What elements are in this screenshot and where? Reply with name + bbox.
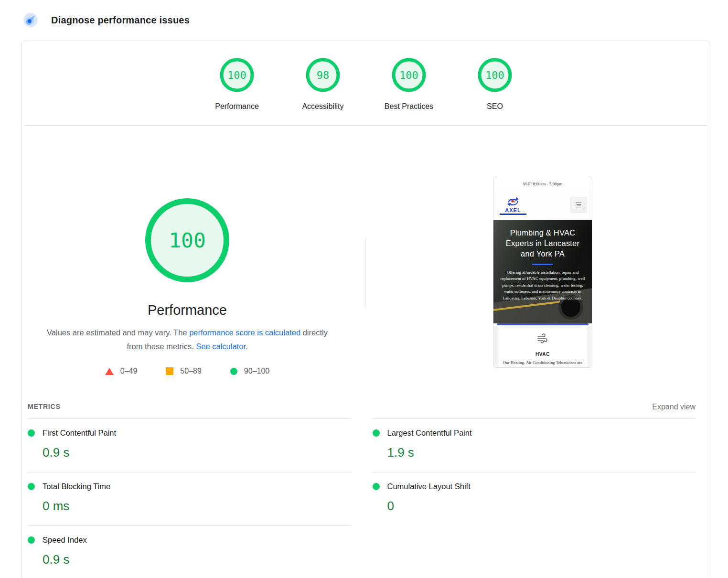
score-label: SEO [487,102,503,111]
legend-range: 90–100 [244,367,269,375]
performance-summary-section: 100 Performance Values are estimated and… [22,126,710,401]
legend-range: 0–49 [120,367,138,375]
metric-cumulative-layout-shift: Cumulative Layout Shift 0 [373,472,696,525]
service-card-text: Our Heating, Air Conditioning Tehcnician… [498,360,587,365]
metric-largest-contentful-paint: Largest Contentful Paint 1.9 s [373,418,696,472]
metric-value: 0 [387,498,696,514]
score-value: 100 [392,58,426,92]
score-value: 100 [220,58,254,92]
metric-value: 1.9 s [387,445,696,460]
legend-item-average: 50–89 [166,367,202,375]
performance-score-value: 100 [145,198,229,282]
metrics-section-label: METRICS [28,403,61,410]
site-hours-bar: M-F: 8:00am - 5:00pm [493,177,592,190]
score-gauge-seo[interactable]: 100 SEO [452,58,538,111]
score-legend: 0–49 50–89 90–100 [39,367,335,375]
metric-name: Total Blocking Time [43,482,110,491]
metrics-column-right: Largest Contentful Paint 1.9 s Cumulativ… [373,418,696,578]
pass-circle-icon [230,368,237,375]
description-text: Values are estimated and may vary. The [47,328,189,337]
lighthouse-report-card: 100 Performance 98 Accessibility 100 [21,41,710,578]
score-label: Performance [215,102,259,111]
lighthouse-gauge-icon [23,12,38,28]
legend-item-fail: 0–49 [105,367,138,375]
metric-pass-dot-icon [28,483,35,490]
site-logo-text: AXEL [505,208,521,213]
metric-pass-dot-icon [28,536,35,544]
performance-summary: 100 Performance Values are estimated and… [39,126,335,375]
vertical-divider [365,238,366,307]
hero-title-underline [532,264,553,265]
score-value: 100 [478,58,512,92]
metric-name: First Contentful Paint [43,428,116,438]
site-hero-title: Plumbing & HVAC Experts in Lancaster and… [498,227,587,259]
service-card-title: HVAC [498,352,587,357]
site-hero-text: Offering affordable installation, repair… [498,269,587,302]
fail-triangle-icon [105,368,114,375]
metric-pass-dot-icon [373,429,380,437]
average-square-icon [166,367,173,375]
site-logo-underline [500,214,526,215]
final-screenshot-thumbnail: M-F: 8:00am - 5:00pm AXEL [493,177,592,368]
score-gauge-performance[interactable]: 100 Performance [194,58,280,111]
axel-logo-icon [506,195,520,208]
metrics-column-left: First Contentful Paint 0.9 s Total Block… [28,418,351,578]
metric-pass-dot-icon [373,483,380,490]
site-logo: AXEL [498,195,528,215]
metric-name: Largest Contentful Paint [387,428,472,438]
report-header: Diagnose performance issues [23,12,190,28]
score-calculation-link[interactable]: performance score is calculated [189,328,300,337]
score-gauge-accessibility[interactable]: 98 Accessibility [280,58,366,111]
score-value: 98 [306,58,340,92]
hero-accent-bar [497,323,589,325]
metric-pass-dot-icon [28,429,35,437]
site-hero: Plumbing & HVAC Experts in Lancaster and… [493,220,592,323]
wind-icon [536,333,549,344]
score-gauge-best-practices[interactable]: 100 Best Practices [366,58,452,111]
performance-section-title: Performance [39,302,335,318]
expand-view-button[interactable]: Expand view [652,403,696,411]
hamburger-menu-icon [570,197,587,213]
metric-name: Cumulative Layout Shift [387,482,471,491]
metric-value: 0.9 s [43,552,351,567]
metric-first-contentful-paint: First Contentful Paint 0.9 s [28,418,351,472]
site-nav: AXEL [493,190,592,220]
score-label: Best Practices [385,102,433,111]
legend-range: 50–89 [180,367,202,375]
performance-main-gauge: 100 [145,198,229,282]
metric-value: 0 ms [43,498,351,514]
page-title: Diagnose performance issues [51,15,190,26]
category-scores-row: 100 Performance 98 Accessibility 100 [22,41,710,111]
metric-speed-index: Speed Index 0.9 s [28,525,351,578]
metric-total-blocking-time: Total Blocking Time 0 ms [28,472,351,525]
legend-item-pass: 90–100 [230,367,269,375]
performance-description: Values are estimated and may vary. The p… [39,326,335,353]
score-label: Accessibility [302,102,343,111]
metric-name: Speed Index [43,535,87,545]
metrics-section: METRICS Expand view First Contentful Pai… [22,401,710,578]
see-calculator-link[interactable]: See calculator. [196,342,247,351]
metric-value: 0.9 s [43,445,351,460]
site-service-section: HVAC Our Heating, Air Conditioning Tehcn… [493,326,592,368]
